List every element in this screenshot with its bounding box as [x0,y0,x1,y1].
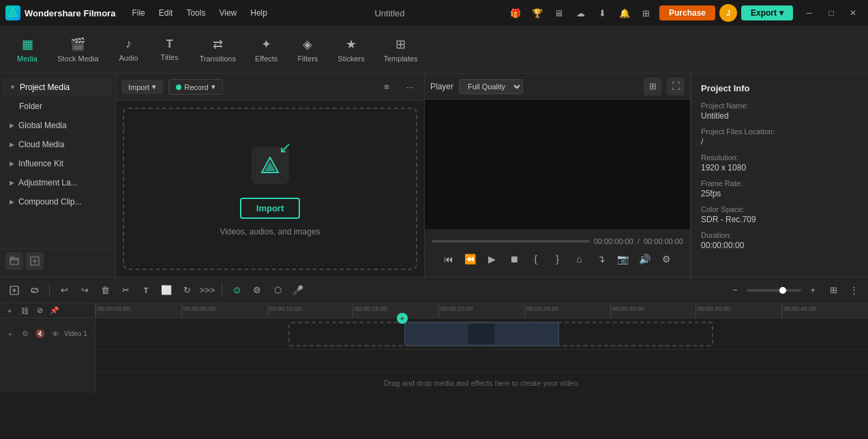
add-track-button[interactable] [5,282,23,299]
zoom-track[interactable] [747,289,801,292]
delete-button[interactable]: 🗑 [96,282,114,299]
purchase-button[interactable]: Purchase [659,5,715,20]
user-avatar[interactable]: J [719,4,737,22]
add-to-timeline-button[interactable]: ↴ [592,249,611,269]
section-folder[interactable]: Folder [3,97,113,115]
trophy-icon[interactable]: 🏆 [528,4,546,22]
grid-toggle-button[interactable]: ⊞ [824,282,842,299]
menu-file[interactable]: File [126,5,150,20]
redo-button[interactable]: ↪ [76,282,93,299]
progress-track[interactable] [432,240,590,243]
add-folder-button[interactable] [5,252,23,270]
nav-audio[interactable]: ♪ Audio [108,33,149,66]
filter-icon[interactable]: ≡ [378,78,395,96]
nav-filters[interactable]: ◈ Filters [287,33,328,67]
cloud-upload-icon[interactable]: ☁ [572,4,590,22]
zoom-thumb[interactable] [779,287,786,294]
record-button[interactable]: Record ▾ [168,79,222,95]
section-project-media[interactable]: ▼ Project Media [3,78,113,96]
ruler-tick-0: 00:00:00:00 [95,303,130,318]
menu-help[interactable]: Help [245,5,273,20]
clip-placeholder [288,322,713,346]
add-clip-button[interactable]: + [397,313,408,324]
menu-tools[interactable]: Tools [181,5,211,20]
frame-back-button[interactable]: ⏪ [461,249,480,269]
zoom-plus-button[interactable]: + [804,282,822,299]
undo-button[interactable]: ↩ [55,282,73,299]
total-time: 00:00:00:00 [644,237,683,245]
folder-label: Folder [19,102,106,111]
minimize-button[interactable]: ─ [800,4,819,22]
player-area: Player Full Quality ⊞ ⛶ 00:00:00:00 / 00… [425,74,691,277]
rotate-button[interactable]: ↻ [178,282,196,299]
play-button[interactable]: ▶ [483,249,502,269]
link-button[interactable] [26,282,44,299]
track-eye-icon[interactable]: 👁 [49,328,61,340]
track-label: Video 1 [64,330,91,337]
nav-templates[interactable]: ⊞ Templates [374,33,427,67]
timeline-ruler[interactable]: 00:00:00:00 00:00:05:00 00:00:10:00 00:0… [95,303,868,318]
download-icon[interactable]: ⬇ [594,4,612,22]
collapse-panel-button[interactable]: ‹ [115,162,116,189]
nav-stickers[interactable]: ★ Stickers [328,33,374,67]
app-logo-icon [5,5,20,20]
mic-button[interactable]: 🎤 [289,282,307,299]
toolbar-sep-2 [222,284,222,297]
split-audio-button[interactable]: ⬡ [269,282,286,299]
gift-icon[interactable]: 🎁 [507,4,524,22]
add-video-track-button[interactable]: + [3,304,16,318]
timeline-side-toolbar: + ⛓ ⊘ 📌 [0,303,95,318]
more-button[interactable]: ⋮ [845,282,863,299]
quality-select[interactable]: Full Quality [459,79,523,94]
settings-button[interactable]: ⚙ [657,249,676,269]
mark-in-button[interactable]: { [526,249,545,269]
menu-edit[interactable]: Edit [153,5,179,20]
track-add-icon[interactable]: + [4,328,16,340]
section-compound[interactable]: ▶ Compound Clip... [3,193,113,211]
track-mute-icon[interactable]: 🔇 [34,328,46,340]
section-cloud-media[interactable]: ▶ Cloud Media [3,136,113,153]
section-influence-kit[interactable]: ▶ Influence Kit [3,155,113,172]
zoom-minus-button[interactable]: − [726,282,744,299]
nav-effects[interactable]: ✦ Effects [245,33,287,67]
more-options-icon[interactable]: ··· [401,78,419,96]
screenshot-button[interactable]: 📷 [614,249,633,269]
maximize-button[interactable]: □ [822,4,841,22]
menu-view[interactable]: View [213,5,242,20]
video-track-1[interactable]: + [95,318,868,350]
track-settings-icon[interactable]: ⚙ [19,328,31,340]
import-chevron-icon: ▾ [152,82,156,91]
ripple-button[interactable]: ⚙ [248,282,266,299]
add-clip-button[interactable] [26,252,44,270]
nav-stickers-label: Stickers [338,55,364,63]
fullscreen-button[interactable]: ⛶ [667,78,685,95]
mark-out-button[interactable]: } [548,249,567,269]
magnet-button[interactable]: ⊙ [228,282,245,299]
nav-titles[interactable]: T Titles [149,34,190,65]
bell-icon[interactable]: 🔔 [616,4,633,22]
text-button[interactable]: T [137,282,155,299]
cut-button[interactable]: ✂ [117,282,134,299]
monitor-icon[interactable]: 🖥 [550,4,568,22]
section-adjustment[interactable]: ▶ Adjustment La... [3,174,113,192]
skip-back-button[interactable]: ⏮ [439,249,458,269]
more-tools-button[interactable]: >>> [198,282,216,299]
pin-button[interactable]: 📌 [48,304,61,318]
import-main-button[interactable]: Import [240,198,300,219]
volume-button[interactable]: 🔊 [635,249,655,269]
close-button[interactable]: ✕ [843,4,863,22]
split-view-button[interactable]: ⊞ [644,78,661,95]
stop-button[interactable]: ⏹ [505,249,524,269]
export-button[interactable]: Export ▾ [741,5,793,20]
clip-button[interactable]: ⌂ [570,249,589,269]
split-track-button[interactable]: ⊘ [33,304,46,318]
nav-media[interactable]: ▦ Media [7,33,48,67]
grid-icon[interactable]: ⊞ [638,4,655,22]
nav-stock-media[interactable]: 🎬 Stock Media [48,33,108,67]
import-button[interactable]: Import ▾ [121,80,163,94]
nav-transitions[interactable]: ⇄ Transitions [190,33,245,67]
duration-row: Duration: 00:00:00:00 [701,231,858,250]
crop-button[interactable]: ⬜ [158,282,175,299]
section-global-media[interactable]: ▶ Global Media [3,117,113,134]
chain-button[interactable]: ⛓ [18,304,31,318]
